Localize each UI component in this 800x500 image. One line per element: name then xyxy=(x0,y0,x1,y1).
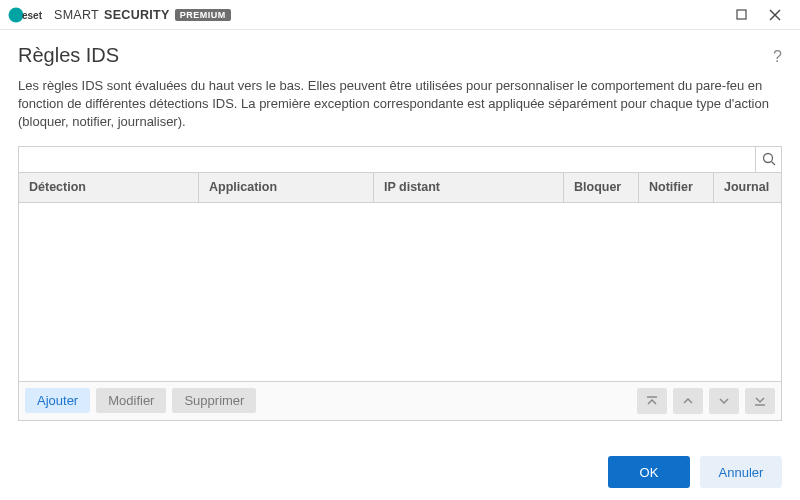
delete-button: Supprimer xyxy=(172,388,256,413)
edit-button: Modifier xyxy=(96,388,166,413)
close-button[interactable] xyxy=(758,0,792,30)
svg-line-6 xyxy=(771,162,775,166)
panel-toolbar: Ajouter Modifier Supprimer xyxy=(19,381,781,420)
col-notify[interactable]: Notifier xyxy=(639,173,714,202)
page-description: Les règles IDS sont évaluées du haut ver… xyxy=(0,77,800,146)
brand-bold: SECURITY xyxy=(104,8,170,22)
brand-text: SMART SECURITY PREMIUM xyxy=(54,8,231,22)
brand-premium-badge: PREMIUM xyxy=(175,9,231,21)
move-top-button xyxy=(637,388,667,414)
move-bottom-button xyxy=(745,388,775,414)
svg-point-5 xyxy=(763,154,772,163)
maximize-button[interactable] xyxy=(724,0,758,30)
move-down-button xyxy=(709,388,739,414)
add-button[interactable]: Ajouter xyxy=(25,388,90,413)
search-input[interactable] xyxy=(19,147,755,172)
search-row xyxy=(19,147,781,173)
titlebar: eset SMART SECURITY PREMIUM xyxy=(0,0,800,30)
table-header: Détection Application IP distant Bloquer… xyxy=(19,173,781,203)
rules-panel: Détection Application IP distant Bloquer… xyxy=(18,146,782,421)
svg-text:eset: eset xyxy=(22,10,43,21)
col-remote-ip[interactable]: IP distant xyxy=(374,173,564,202)
brand-logo: eset xyxy=(8,7,48,23)
svg-rect-2 xyxy=(737,10,746,19)
col-log[interactable]: Journal xyxy=(714,173,781,202)
move-up-button xyxy=(673,388,703,414)
dialog-footer: OK Annuler xyxy=(608,456,782,488)
help-icon[interactable]: ? xyxy=(773,48,782,66)
col-application[interactable]: Application xyxy=(199,173,374,202)
col-detection[interactable]: Détection xyxy=(19,173,199,202)
ok-button[interactable]: OK xyxy=(608,456,690,488)
cancel-button[interactable]: Annuler xyxy=(700,456,782,488)
table-body xyxy=(19,203,781,381)
page-heading-row: Règles IDS ? xyxy=(0,30,800,77)
brand-light: SMART xyxy=(54,8,99,22)
search-icon[interactable] xyxy=(755,146,781,172)
col-block[interactable]: Bloquer xyxy=(564,173,639,202)
page-title: Règles IDS xyxy=(18,44,119,67)
